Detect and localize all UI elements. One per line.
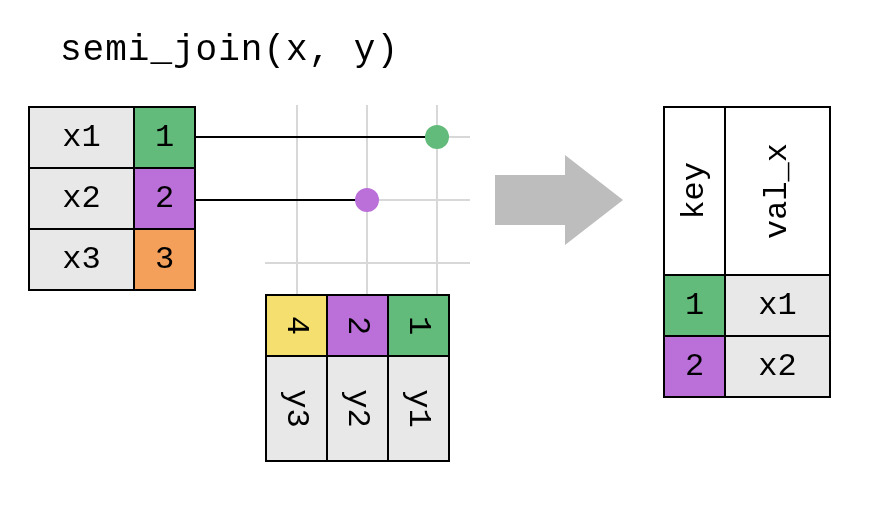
y-val-2: y1 — [387, 355, 450, 462]
gridline-h-2 — [265, 262, 470, 264]
y-val-1: y2 — [326, 355, 389, 462]
y-key-2: 1 — [387, 294, 450, 357]
svg-marker-0 — [495, 155, 623, 245]
match-dot-1 — [355, 188, 379, 212]
x-val-2: x3 — [28, 228, 135, 291]
x-key-2: 3 — [133, 228, 196, 291]
result-key-0: 1 — [663, 274, 726, 337]
y-key-1: 2 — [326, 294, 389, 357]
result-val-0: x1 — [724, 274, 831, 337]
diagram-title: semi_join(x, y) — [60, 30, 399, 71]
result-val-1: x2 — [724, 335, 831, 398]
y-key-0: 4 — [265, 294, 328, 357]
result-header-val: val_x — [724, 106, 831, 276]
arrow-icon — [495, 150, 625, 250]
x-val-1: x2 — [28, 167, 135, 230]
result-key-1: 2 — [663, 335, 726, 398]
result-header-key: key — [663, 106, 726, 276]
match-dot-0 — [425, 125, 449, 149]
y-val-0: y3 — [265, 355, 328, 462]
x-key-1: 2 — [133, 167, 196, 230]
match-line-0 — [194, 136, 437, 138]
match-line-1 — [194, 199, 367, 201]
x-val-0: x1 — [28, 106, 135, 169]
x-key-0: 1 — [133, 106, 196, 169]
